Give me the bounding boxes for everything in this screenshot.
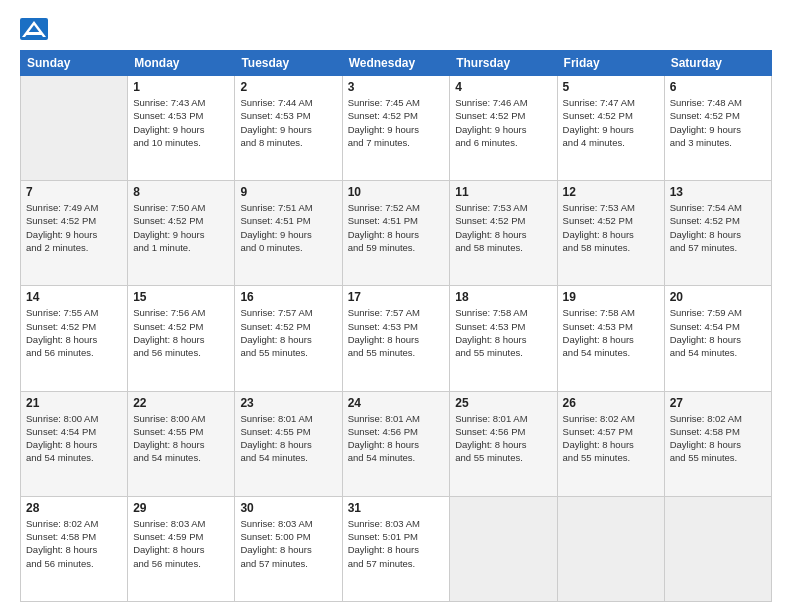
day-info: Sunrise: 8:02 AM Sunset: 4:58 PM Dayligh… (670, 412, 766, 465)
day-cell: 16Sunrise: 7:57 AM Sunset: 4:52 PM Dayli… (235, 286, 342, 391)
weekday-header-saturday: Saturday (664, 51, 771, 76)
day-cell: 2Sunrise: 7:44 AM Sunset: 4:53 PM Daylig… (235, 76, 342, 181)
day-info: Sunrise: 7:57 AM Sunset: 4:53 PM Dayligh… (348, 306, 445, 359)
day-number: 27 (670, 396, 766, 410)
day-info: Sunrise: 7:50 AM Sunset: 4:52 PM Dayligh… (133, 201, 229, 254)
day-number: 17 (348, 290, 445, 304)
calendar: SundayMondayTuesdayWednesdayThursdayFrid… (20, 50, 772, 602)
day-cell: 4Sunrise: 7:46 AM Sunset: 4:52 PM Daylig… (450, 76, 557, 181)
day-info: Sunrise: 8:03 AM Sunset: 4:59 PM Dayligh… (133, 517, 229, 570)
day-info: Sunrise: 7:48 AM Sunset: 4:52 PM Dayligh… (670, 96, 766, 149)
day-cell: 21Sunrise: 8:00 AM Sunset: 4:54 PM Dayli… (21, 391, 128, 496)
day-info: Sunrise: 7:49 AM Sunset: 4:52 PM Dayligh… (26, 201, 122, 254)
day-number: 13 (670, 185, 766, 199)
day-number: 2 (240, 80, 336, 94)
day-cell: 9Sunrise: 7:51 AM Sunset: 4:51 PM Daylig… (235, 181, 342, 286)
weekday-header-tuesday: Tuesday (235, 51, 342, 76)
day-number: 1 (133, 80, 229, 94)
day-cell: 7Sunrise: 7:49 AM Sunset: 4:52 PM Daylig… (21, 181, 128, 286)
day-info: Sunrise: 8:01 AM Sunset: 4:56 PM Dayligh… (455, 412, 551, 465)
day-cell: 25Sunrise: 8:01 AM Sunset: 4:56 PM Dayli… (450, 391, 557, 496)
weekday-header-monday: Monday (128, 51, 235, 76)
day-number: 15 (133, 290, 229, 304)
day-number: 14 (26, 290, 122, 304)
day-cell: 1Sunrise: 7:43 AM Sunset: 4:53 PM Daylig… (128, 76, 235, 181)
svg-rect-3 (26, 32, 42, 35)
weekday-header-row: SundayMondayTuesdayWednesdayThursdayFrid… (21, 51, 772, 76)
day-info: Sunrise: 7:58 AM Sunset: 4:53 PM Dayligh… (455, 306, 551, 359)
day-cell: 6Sunrise: 7:48 AM Sunset: 4:52 PM Daylig… (664, 76, 771, 181)
day-cell: 11Sunrise: 7:53 AM Sunset: 4:52 PM Dayli… (450, 181, 557, 286)
day-info: Sunrise: 8:00 AM Sunset: 4:54 PM Dayligh… (26, 412, 122, 465)
day-number: 22 (133, 396, 229, 410)
day-number: 29 (133, 501, 229, 515)
day-info: Sunrise: 8:02 AM Sunset: 4:57 PM Dayligh… (563, 412, 659, 465)
day-number: 12 (563, 185, 659, 199)
day-cell (557, 496, 664, 601)
day-number: 28 (26, 501, 122, 515)
weekday-header-friday: Friday (557, 51, 664, 76)
day-info: Sunrise: 7:55 AM Sunset: 4:52 PM Dayligh… (26, 306, 122, 359)
day-number: 21 (26, 396, 122, 410)
day-info: Sunrise: 7:53 AM Sunset: 4:52 PM Dayligh… (563, 201, 659, 254)
day-number: 7 (26, 185, 122, 199)
logo-icon (20, 18, 48, 40)
day-cell: 31Sunrise: 8:03 AM Sunset: 5:01 PM Dayli… (342, 496, 450, 601)
day-cell: 19Sunrise: 7:58 AM Sunset: 4:53 PM Dayli… (557, 286, 664, 391)
day-cell: 20Sunrise: 7:59 AM Sunset: 4:54 PM Dayli… (664, 286, 771, 391)
day-info: Sunrise: 8:00 AM Sunset: 4:55 PM Dayligh… (133, 412, 229, 465)
day-info: Sunrise: 8:03 AM Sunset: 5:00 PM Dayligh… (240, 517, 336, 570)
day-info: Sunrise: 7:45 AM Sunset: 4:52 PM Dayligh… (348, 96, 445, 149)
day-number: 26 (563, 396, 659, 410)
day-info: Sunrise: 7:47 AM Sunset: 4:52 PM Dayligh… (563, 96, 659, 149)
day-info: Sunrise: 7:53 AM Sunset: 4:52 PM Dayligh… (455, 201, 551, 254)
day-number: 20 (670, 290, 766, 304)
day-cell: 10Sunrise: 7:52 AM Sunset: 4:51 PM Dayli… (342, 181, 450, 286)
day-cell: 18Sunrise: 7:58 AM Sunset: 4:53 PM Dayli… (450, 286, 557, 391)
day-cell: 5Sunrise: 7:47 AM Sunset: 4:52 PM Daylig… (557, 76, 664, 181)
day-number: 16 (240, 290, 336, 304)
day-info: Sunrise: 8:01 AM Sunset: 4:55 PM Dayligh… (240, 412, 336, 465)
day-number: 18 (455, 290, 551, 304)
day-cell: 30Sunrise: 8:03 AM Sunset: 5:00 PM Dayli… (235, 496, 342, 601)
day-number: 23 (240, 396, 336, 410)
day-number: 8 (133, 185, 229, 199)
day-info: Sunrise: 7:51 AM Sunset: 4:51 PM Dayligh… (240, 201, 336, 254)
day-number: 4 (455, 80, 551, 94)
day-cell (664, 496, 771, 601)
day-cell (450, 496, 557, 601)
day-cell: 26Sunrise: 8:02 AM Sunset: 4:57 PM Dayli… (557, 391, 664, 496)
day-cell: 27Sunrise: 8:02 AM Sunset: 4:58 PM Dayli… (664, 391, 771, 496)
week-row-4: 21Sunrise: 8:00 AM Sunset: 4:54 PM Dayli… (21, 391, 772, 496)
day-info: Sunrise: 7:52 AM Sunset: 4:51 PM Dayligh… (348, 201, 445, 254)
day-cell: 24Sunrise: 8:01 AM Sunset: 4:56 PM Dayli… (342, 391, 450, 496)
day-info: Sunrise: 8:01 AM Sunset: 4:56 PM Dayligh… (348, 412, 445, 465)
day-info: Sunrise: 8:02 AM Sunset: 4:58 PM Dayligh… (26, 517, 122, 570)
day-info: Sunrise: 7:54 AM Sunset: 4:52 PM Dayligh… (670, 201, 766, 254)
weekday-header-wednesday: Wednesday (342, 51, 450, 76)
day-cell: 22Sunrise: 8:00 AM Sunset: 4:55 PM Dayli… (128, 391, 235, 496)
day-cell: 17Sunrise: 7:57 AM Sunset: 4:53 PM Dayli… (342, 286, 450, 391)
day-cell: 3Sunrise: 7:45 AM Sunset: 4:52 PM Daylig… (342, 76, 450, 181)
day-info: Sunrise: 7:57 AM Sunset: 4:52 PM Dayligh… (240, 306, 336, 359)
day-info: Sunrise: 7:44 AM Sunset: 4:53 PM Dayligh… (240, 96, 336, 149)
day-info: Sunrise: 7:59 AM Sunset: 4:54 PM Dayligh… (670, 306, 766, 359)
page: SundayMondayTuesdayWednesdayThursdayFrid… (0, 0, 792, 612)
day-info: Sunrise: 7:43 AM Sunset: 4:53 PM Dayligh… (133, 96, 229, 149)
day-number: 10 (348, 185, 445, 199)
day-cell: 12Sunrise: 7:53 AM Sunset: 4:52 PM Dayli… (557, 181, 664, 286)
day-cell: 23Sunrise: 8:01 AM Sunset: 4:55 PM Dayli… (235, 391, 342, 496)
day-info: Sunrise: 7:46 AM Sunset: 4:52 PM Dayligh… (455, 96, 551, 149)
day-number: 6 (670, 80, 766, 94)
week-row-1: 1Sunrise: 7:43 AM Sunset: 4:53 PM Daylig… (21, 76, 772, 181)
day-number: 9 (240, 185, 336, 199)
day-number: 24 (348, 396, 445, 410)
weekday-header-thursday: Thursday (450, 51, 557, 76)
day-cell: 13Sunrise: 7:54 AM Sunset: 4:52 PM Dayli… (664, 181, 771, 286)
day-info: Sunrise: 7:58 AM Sunset: 4:53 PM Dayligh… (563, 306, 659, 359)
week-row-3: 14Sunrise: 7:55 AM Sunset: 4:52 PM Dayli… (21, 286, 772, 391)
day-number: 11 (455, 185, 551, 199)
day-number: 5 (563, 80, 659, 94)
day-cell: 8Sunrise: 7:50 AM Sunset: 4:52 PM Daylig… (128, 181, 235, 286)
day-number: 30 (240, 501, 336, 515)
